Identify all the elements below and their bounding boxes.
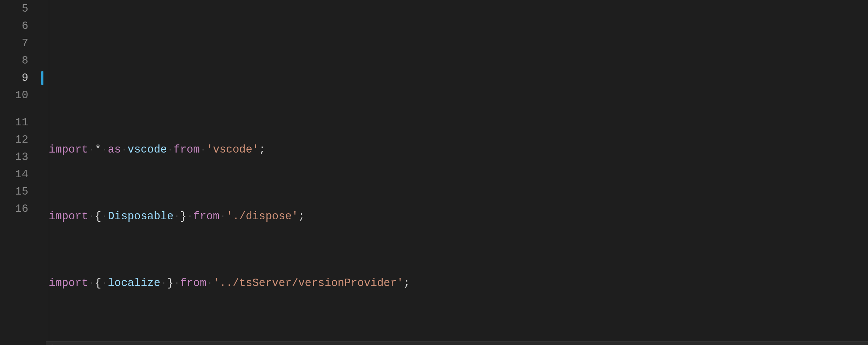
keyword-import: import bbox=[49, 341, 88, 345]
code-line-current[interactable]: import· bbox=[46, 341, 868, 345]
whitespace-dot: · bbox=[200, 141, 206, 158]
whitespace-dot: · bbox=[88, 208, 95, 225]
whitespace-dot: · bbox=[167, 141, 174, 158]
token-brace-open: { bbox=[95, 208, 101, 225]
token-semicolon: ; bbox=[298, 208, 305, 225]
keyword-import: import bbox=[49, 141, 88, 158]
keyword-from: from bbox=[174, 141, 200, 158]
whitespace-dot: · bbox=[174, 274, 180, 292]
whitespace-dot: · bbox=[101, 274, 108, 292]
line-number: 12 bbox=[0, 131, 28, 148]
whitespace-dot: · bbox=[220, 208, 226, 225]
whitespace-dot: · bbox=[173, 208, 180, 225]
line-number: 6 bbox=[0, 17, 28, 35]
line-number: 14 bbox=[0, 166, 28, 183]
code-line[interactable]: import·{·Disposable·}·from·'./dispose'; bbox=[46, 208, 868, 225]
whitespace-dot: · bbox=[101, 141, 108, 158]
token-brace-close: } bbox=[167, 274, 174, 292]
string-literal: '../tsServer/versionProvider' bbox=[213, 274, 403, 292]
line-number: 15 bbox=[0, 183, 28, 200]
keyword-from: from bbox=[180, 274, 206, 292]
line-number-gutter: 5 6 7 8 9 10 11 12 13 14 15 16 bbox=[0, 0, 39, 345]
line-number-current: 9 bbox=[0, 69, 28, 87]
code-line[interactable] bbox=[46, 74, 868, 91]
line-number: 8 bbox=[0, 52, 28, 69]
string-literal: 'vscode' bbox=[206, 141, 259, 158]
whitespace-dot: · bbox=[187, 208, 193, 225]
token-brace-open: { bbox=[95, 274, 101, 292]
line-number: 16 bbox=[0, 200, 28, 218]
token-semicolon: ; bbox=[403, 274, 410, 292]
line-number: 7 bbox=[0, 35, 28, 52]
code-line[interactable]: import·*·as·vscode·from·'vscode'; bbox=[46, 141, 868, 158]
indent-guide bbox=[49, 0, 49, 345]
keyword-import: import bbox=[49, 208, 88, 225]
keyword-import: import bbox=[49, 274, 88, 292]
token-brace-close: } bbox=[180, 208, 187, 225]
line-number: 13 bbox=[0, 148, 28, 166]
modified-line-indicator bbox=[39, 69, 46, 87]
keyword-from: from bbox=[193, 208, 219, 225]
line-number: 5 bbox=[0, 0, 28, 17]
token-semicolon: ; bbox=[259, 141, 265, 158]
code-editor[interactable]: 5 6 7 8 9 10 11 12 13 14 15 16 import bbox=[0, 0, 868, 345]
identifier: vscode bbox=[127, 141, 167, 158]
line-number: 11 bbox=[0, 114, 28, 131]
whitespace-dot: · bbox=[160, 274, 167, 292]
line-number: 10 bbox=[0, 87, 28, 104]
identifier: localize bbox=[108, 274, 160, 292]
string-literal: './dispose' bbox=[226, 208, 298, 225]
line-number-spacer bbox=[0, 104, 28, 114]
whitespace-dot: · bbox=[88, 341, 95, 345]
token-star: * bbox=[95, 141, 101, 158]
whitespace-dot: · bbox=[88, 141, 95, 158]
whitespace-dot: · bbox=[206, 274, 213, 292]
modification-indicator-column bbox=[39, 0, 46, 345]
whitespace-dot: · bbox=[121, 141, 128, 158]
identifier: Disposable bbox=[108, 208, 173, 225]
keyword-as: as bbox=[108, 141, 121, 158]
code-line[interactable]: import·{·localize·}·from·'../tsServer/ve… bbox=[46, 274, 868, 292]
whitespace-dot: · bbox=[88, 274, 95, 292]
code-content[interactable]: import·*·as·vscode·from·'vscode'; import… bbox=[46, 0, 868, 345]
whitespace-dot: · bbox=[101, 208, 108, 225]
